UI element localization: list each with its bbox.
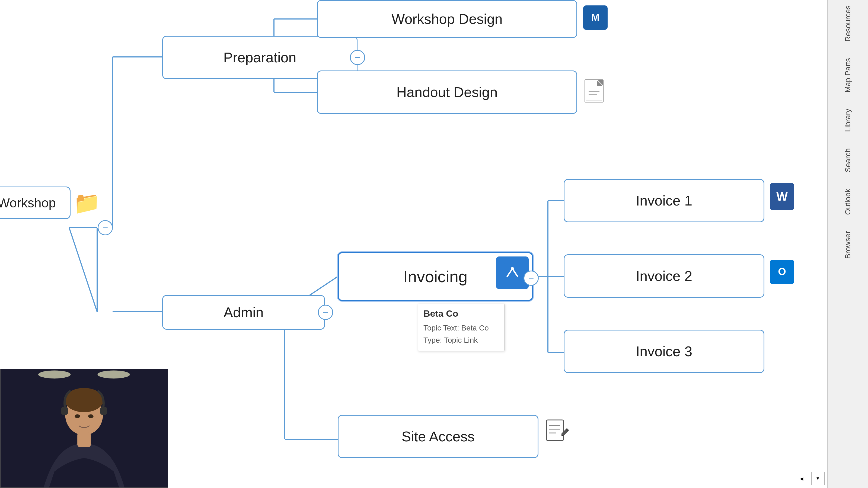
admin-node[interactable]: Admin <box>162 295 325 330</box>
handout-design-label: Handout Design <box>397 84 498 100</box>
site-access-node[interactable]: Site Access <box>338 415 538 458</box>
invoice3-node[interactable]: Invoice 3 <box>564 330 764 373</box>
svg-rect-32 <box>547 420 563 441</box>
svg-point-35 <box>38 370 70 379</box>
invoicing-node[interactable]: Invoicing <box>338 252 533 301</box>
training-workshop-label: ng Workshop <box>0 195 56 210</box>
mm-icon-workshop[interactable]: M <box>583 5 608 30</box>
map-parts-label: Map Parts <box>844 58 852 93</box>
doc-pen-icon-site-access[interactable] <box>545 420 569 444</box>
svg-line-8 <box>69 228 97 312</box>
topic-link-tooltip: Beta Co Topic Text: Beta Co Type: Topic … <box>418 304 504 351</box>
sidebar-item-outlook[interactable]: Outlook <box>844 189 852 215</box>
training-workshop-node[interactable]: ng Workshop <box>0 187 70 219</box>
site-access-label: Site Access <box>402 428 475 445</box>
document-icon <box>585 79 603 102</box>
browser-label: Browser <box>844 231 852 259</box>
person-silhouette <box>1 369 167 488</box>
outlook-icon-invoice2[interactable]: O <box>770 260 794 284</box>
tooltip-topic-text: Topic Text: Beta Co <box>424 322 499 334</box>
admin-collapse-btn[interactable]: − <box>318 305 333 320</box>
resources-label: Resources <box>844 5 852 42</box>
folder-icon-training[interactable]: 📁 <box>74 191 99 215</box>
sidebar-item-map-parts[interactable]: Map Parts <box>844 58 852 93</box>
scroll-controls[interactable]: ◀ ▼ <box>795 472 825 485</box>
outlook-icon: O <box>770 260 794 284</box>
workshop-design-label: Workshop Design <box>392 11 502 27</box>
invoicing-label: Invoicing <box>403 267 468 286</box>
preparation-label: Preparation <box>223 50 297 66</box>
sidebar-item-library[interactable]: Library <box>844 109 852 132</box>
sidebar-item-browser[interactable]: Browser <box>844 231 852 259</box>
library-label: Library <box>844 109 852 132</box>
invoicing-collapse-btn[interactable]: − <box>524 270 539 286</box>
webcam-overlay <box>0 369 168 488</box>
outlook-label: Outlook <box>844 189 852 215</box>
topic-link-button[interactable] <box>496 257 529 289</box>
invoice1-node[interactable]: Invoice 1 <box>564 179 764 222</box>
preparation-collapse-btn[interactable]: − <box>350 50 365 65</box>
tooltip-title: Beta Co <box>424 308 499 319</box>
svg-rect-43 <box>100 407 107 415</box>
svg-point-36 <box>98 370 130 379</box>
invoice2-label: Invoice 2 <box>636 268 692 284</box>
svg-text:M: M <box>591 12 599 23</box>
word-icon: W <box>770 183 794 210</box>
doc-icon-handout[interactable] <box>583 77 605 104</box>
word-icon-invoice1[interactable]: W <box>770 184 794 209</box>
scroll-down-btn[interactable]: ▼ <box>811 472 825 485</box>
svg-rect-38 <box>77 432 91 447</box>
svg-rect-26 <box>503 263 522 282</box>
svg-rect-42 <box>61 407 68 415</box>
invoice1-label: Invoice 1 <box>636 193 692 209</box>
invoice2-node[interactable]: Invoice 2 <box>564 254 764 298</box>
sidebar-item-search[interactable]: Search <box>844 148 852 172</box>
svg-point-40 <box>74 414 80 418</box>
handout-design-node[interactable]: Handout Design <box>317 70 577 114</box>
svg-text:W: W <box>776 190 788 203</box>
webcam-video <box>1 369 167 487</box>
scroll-left-btn[interactable]: ◀ <box>795 472 808 485</box>
svg-point-41 <box>88 414 94 418</box>
folder-icon: 📁 <box>73 190 100 216</box>
invoice3-label: Invoice 3 <box>636 343 692 359</box>
svg-text:O: O <box>778 266 786 278</box>
training-workshop-collapse-btn[interactable]: − <box>98 220 113 235</box>
admin-label: Admin <box>223 304 264 321</box>
svg-point-27 <box>511 267 514 270</box>
right-sidebar: Resources Map Parts Library Search Outlo… <box>827 0 868 488</box>
mindmanager-icon: M <box>583 5 608 30</box>
document-pen-icon <box>545 417 569 447</box>
search-label: Search <box>844 148 852 172</box>
workshop-design-node[interactable]: Workshop Design <box>317 0 577 38</box>
sidebar-item-resources[interactable]: Resources <box>844 5 852 42</box>
tooltip-type: Type: Topic Link <box>424 334 499 347</box>
